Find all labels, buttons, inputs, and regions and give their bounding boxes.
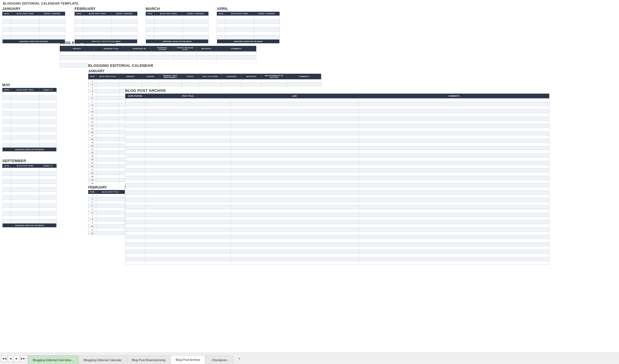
jan-topic-header: BLOG POST TOPIC — [11, 12, 40, 16]
sep-table: DATE BLOG POST TOPIC EVENT / C ADDITIONA… — [2, 164, 57, 228]
tab-label: Blog Post Brainstorming — [132, 358, 165, 362]
archive-table: DATE POSTED POST TITLE LINK COMMENTS — [125, 94, 549, 265]
tab-disclaimer[interactable]: - Disclaimer - — [206, 355, 234, 364]
march-table: DATE BLOG POST TOPIC EVENT / CONTENT ADD… — [146, 12, 209, 44]
feb-editorial-section: FEBRUARY DATE BLOG POST TITLE 1234567891… — [88, 185, 125, 235]
nav-next-arrow[interactable]: ▶ — [14, 356, 20, 361]
january-table: DATE BLOG POST TOPIC EVENT / CONTENT ADD… — [2, 12, 65, 44]
editorial-cal-title: BLOGGING EDITORIAL CALENDAR — [88, 63, 321, 69]
editorial-jan-title: JANUARY — [88, 69, 321, 74]
archive-section: BLOG POST ARCHIVE DATE POSTED POST TITLE… — [125, 88, 549, 265]
january-title: JANUARY — [2, 6, 65, 12]
september-section: SEPTEMBER DATE BLOG POST TOPIC EVENT / C… — [2, 158, 57, 228]
main-content: BLOGGING EDITORIAL CALENDAR TEMPLATE JAN… — [0, 0, 619, 353]
march-section: MARCH DATE BLOG POST TOPIC EVENT / CONTE… — [146, 6, 209, 44]
february-section: FEBRUARY DATE BLOG POST TOPIC EVENT / CO… — [75, 6, 137, 44]
tabs-container: Blogging Editorial Overview... Blogging … — [27, 353, 235, 364]
nav-last-arrow[interactable]: ▶▶ — [20, 356, 26, 361]
january-section: JANUARY DATE BLOG POST TOPIC EVENT / CON… — [2, 6, 65, 44]
archive-title: BLOG POST ARCHIVE — [125, 88, 549, 94]
sep-title: SEPTEMBER — [2, 158, 57, 164]
jan-event-header: EVENT / CONTENT — [40, 12, 65, 16]
tab-blogging-overview[interactable]: Blogging Editorial Overview... — [28, 355, 78, 364]
february-title: FEBRUARY — [75, 6, 137, 12]
tab-label: Blogging Editorial Overview... — [33, 358, 73, 362]
tab-editorial-calendar[interactable]: Blogging Editorial Calendar — [79, 355, 126, 364]
nav-first-arrow[interactable]: ◀◀ — [1, 356, 7, 361]
may-title: MAY — [2, 82, 57, 88]
tab-archive[interactable]: Blog Post Archive — [171, 355, 205, 364]
tab-label: Blog Post Archive — [176, 358, 200, 361]
spreadsheet-area: BLOGGING EDITORIAL CALENDAR TEMPLATE JAN… — [0, 0, 619, 353]
add-sheet-button[interactable]: + — [236, 355, 243, 362]
tab-bar: ◀◀ ◀ ▶ ▶▶ Blogging Editorial Overview...… — [0, 353, 619, 364]
brainstorm-title: BLOG POST BRAINSTORMING — [60, 40, 256, 46]
feb-editorial-title: FEBRUARY — [88, 185, 125, 190]
tab-brainstorming[interactable]: Blog Post Brainstorming — [127, 355, 170, 364]
feb-editorial-table: DATE BLOG POST TITLE 123456789101112 — [88, 190, 125, 235]
march-title: MARCH — [146, 6, 209, 12]
april-title: APRIL — [217, 6, 280, 12]
may-section: MAY DATE BLOG POST TOPIC EVENT / C ADDIT… — [2, 82, 57, 152]
may-table: DATE BLOG POST TOPIC EVENT / C ADDITIONA… — [2, 88, 57, 152]
april-table: DATE BLOG POST TOPIC EVENT / CONTENT ADD… — [217, 12, 280, 44]
jan-date-header: DATE — [3, 12, 11, 16]
tab-nav-arrows: ◀◀ ◀ ▶ ▶▶ — [0, 353, 27, 364]
april-section: APRIL DATE BLOG POST TOPIC EVENT / CONTE… — [217, 6, 280, 44]
tab-label: - Disclaimer - — [211, 358, 229, 362]
nav-prev-arrow[interactable]: ◀ — [8, 356, 13, 361]
february-table: DATE BLOG POST TOPIC EVENT / CONTENT ADD… — [75, 12, 137, 44]
tab-label: Blogging Editorial Calendar — [84, 358, 121, 362]
